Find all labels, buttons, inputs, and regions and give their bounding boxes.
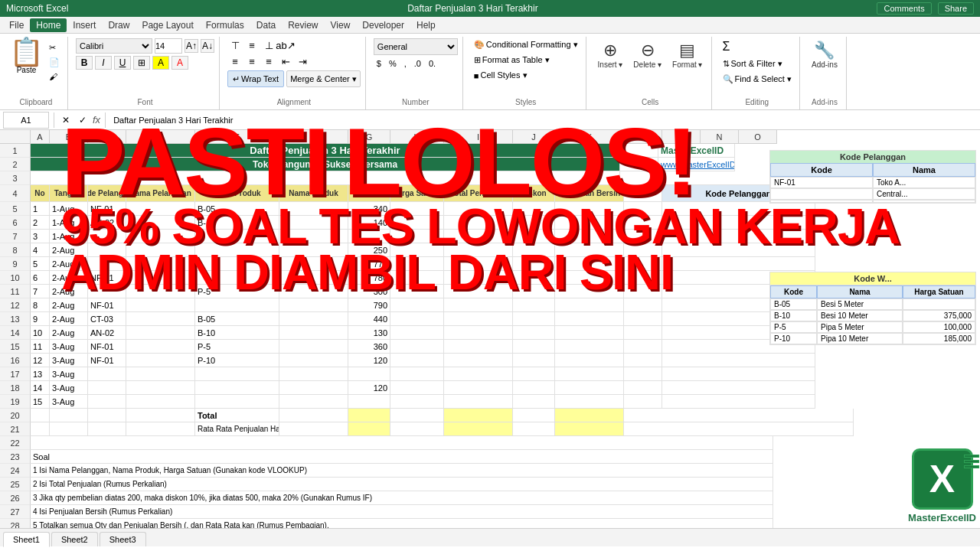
cell[interactable]	[348, 230, 390, 243]
cell[interactable]: 1-Aug	[50, 202, 88, 216]
cell[interactable]	[624, 230, 662, 243]
align-middle-button[interactable]: ≡	[244, 38, 260, 52]
cell[interactable]: 8	[31, 298, 50, 312]
cell[interactable]	[390, 312, 444, 326]
cell[interactable]: 6	[31, 271, 50, 285]
cell[interactable]	[279, 257, 348, 271]
cell[interactable]	[555, 312, 624, 326]
cell[interactable]: 3-Aug	[50, 354, 88, 367]
cell[interactable]	[624, 271, 662, 285]
cell[interactable]	[126, 312, 195, 326]
cell[interactable]	[662, 230, 815, 243]
cell[interactable]: 3-Aug	[50, 340, 88, 354]
cell[interactable]	[126, 354, 195, 367]
cell[interactable]	[279, 243, 348, 257]
cell[interactable]	[624, 216, 662, 230]
cell[interactable]: 120	[348, 354, 390, 367]
cell[interactable]	[444, 312, 513, 326]
cell[interactable]	[279, 285, 348, 298]
sort-filter-button[interactable]: ⇅ Sort & Filter ▾	[720, 57, 786, 70]
menu-view[interactable]: View	[325, 18, 357, 32]
subheader-cell-2[interactable]: Toko Bangunan Sukses Bersama	[31, 158, 620, 171]
cell[interactable]	[195, 271, 279, 285]
cell[interactable]: 140	[348, 216, 390, 230]
cell[interactable]	[88, 285, 126, 298]
increase-font-button[interactable]: A↑	[185, 39, 198, 53]
comma-button[interactable]: ,	[401, 57, 410, 70]
total-label[interactable]: Total	[195, 409, 279, 422]
cell[interactable]	[624, 326, 662, 340]
cell[interactable]	[279, 395, 348, 409]
cell[interactable]	[624, 298, 662, 312]
format-painter-button[interactable]: 🖌	[46, 70, 63, 83]
menu-developer[interactable]: Developer	[356, 18, 410, 32]
cell[interactable]	[390, 326, 444, 340]
cell[interactable]: B-10	[195, 326, 279, 340]
cell[interactable]: 790	[348, 298, 390, 312]
share-button[interactable]: Share	[938, 2, 974, 15]
cell[interactable]	[662, 395, 815, 409]
cell[interactable]: 2-Aug	[50, 243, 88, 257]
cell[interactable]	[88, 381, 126, 395]
cell[interactable]: NF-01	[88, 354, 126, 367]
increase-indent-button[interactable]: ⇥	[295, 54, 310, 68]
cell[interactable]	[126, 326, 195, 340]
cell[interactable]: 2-Aug	[50, 271, 88, 285]
cell-styles-button[interactable]: ■ Cell Styles ▾	[471, 69, 531, 82]
align-center-button[interactable]: ≡	[244, 54, 260, 68]
cell[interactable]: B-05	[195, 312, 279, 326]
cell[interactable]: 13	[31, 367, 50, 381]
menu-review[interactable]: Review	[282, 18, 324, 32]
cell[interactable]	[279, 216, 348, 230]
cell[interactable]	[195, 298, 279, 312]
cell[interactable]	[88, 257, 126, 271]
decrease-decimal-button[interactable]: 0.	[426, 57, 439, 70]
cell[interactable]: 5	[31, 257, 50, 271]
cell[interactable]: 7	[31, 285, 50, 298]
cell[interactable]	[444, 202, 513, 216]
cell[interactable]	[555, 354, 624, 367]
cell[interactable]	[348, 367, 390, 381]
cut-button[interactable]: ✂	[46, 41, 63, 54]
menu-data[interactable]: Data	[250, 18, 282, 32]
cell[interactable]	[624, 395, 662, 409]
cell-l3[interactable]	[620, 171, 773, 185]
border-button[interactable]: ⊞	[133, 56, 150, 70]
cell[interactable]: 2-Aug	[50, 285, 88, 298]
cell[interactable]	[444, 298, 513, 312]
cell[interactable]: 250	[348, 243, 390, 257]
cell[interactable]: 340	[348, 202, 390, 216]
cell[interactable]	[444, 216, 513, 230]
cell[interactable]	[126, 202, 195, 216]
cell[interactable]	[126, 230, 195, 243]
align-left-button[interactable]: ≡	[227, 54, 243, 68]
cell-l1[interactable]	[620, 144, 658, 158]
cell[interactable]	[279, 326, 348, 340]
cell[interactable]	[279, 367, 348, 381]
cell[interactable]	[88, 395, 126, 409]
cell[interactable]	[624, 312, 662, 326]
merge-center-button[interactable]: Merge & Center ▾	[286, 70, 361, 87]
align-bottom-button[interactable]: ⊥	[261, 38, 276, 52]
text-angle-button[interactable]: ab↗	[278, 38, 293, 52]
cell[interactable]	[279, 271, 348, 285]
cell[interactable]	[390, 243, 444, 257]
cell[interactable]	[555, 202, 624, 216]
col-label-diskon[interactable]: Diskon	[513, 185, 555, 202]
cell[interactable]	[195, 395, 279, 409]
cell-a3[interactable]	[31, 171, 620, 185]
fill-color-button[interactable]: A	[152, 56, 169, 70]
cell[interactable]	[390, 257, 444, 271]
cell[interactable]: 3-Aug	[50, 395, 88, 409]
cell[interactable]	[390, 216, 444, 230]
cell[interactable]: 10	[31, 326, 50, 340]
col-label-harga[interactable]: Harga Satuan	[390, 185, 444, 202]
format-as-table-button[interactable]: ⊞ Format as Table ▾	[471, 54, 553, 67]
cell[interactable]	[279, 202, 348, 216]
cell[interactable]	[624, 354, 662, 367]
cell[interactable]	[513, 257, 555, 271]
col-label-nama-produk[interactable]: Nama Produk	[279, 185, 348, 202]
cell[interactable]	[662, 257, 815, 271]
comments-button[interactable]: Comments	[877, 2, 931, 15]
menu-home[interactable]: Home	[30, 18, 67, 32]
